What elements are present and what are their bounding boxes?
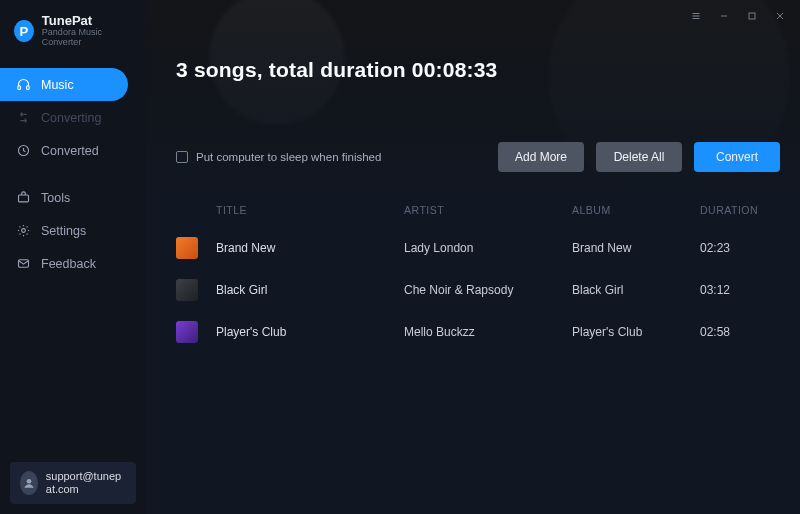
sidebar-footer: support@tunepat.com — [0, 452, 146, 514]
account-email: support@tunepat.com — [46, 470, 126, 496]
close-button[interactable] — [768, 6, 792, 26]
cell-artist: Lady London — [404, 241, 564, 255]
svg-rect-1 — [27, 86, 30, 90]
hero-content: 3 songs, total duration 00:08:33 — [176, 58, 780, 82]
sidebar-item-label: Converting — [41, 111, 101, 125]
mail-icon — [16, 256, 31, 271]
sidebar-item-label: Feedback — [41, 257, 96, 271]
sleep-label: Put computer to sleep when finished — [196, 151, 381, 163]
cell-duration: 03:12 — [700, 283, 780, 297]
add-more-button[interactable]: Add More — [498, 142, 584, 172]
svg-rect-3 — [19, 195, 29, 202]
col-duration: DURATION — [700, 204, 780, 216]
hero-actions: Put computer to sleep when finished Add … — [176, 142, 780, 172]
cell-album: Player's Club — [572, 325, 692, 339]
sidebar-item-tools[interactable]: Tools — [0, 181, 146, 214]
svg-rect-7 — [749, 13, 755, 19]
sidebar-item-settings[interactable]: Settings — [0, 214, 146, 247]
toolbox-icon — [16, 190, 31, 205]
table-header: TITLE ARTIST ALBUM DURATION — [176, 190, 780, 227]
table-row[interactable]: Player's Club Mello Buckzz Player's Club… — [176, 311, 780, 353]
cell-artist: Che Noir & Rapsody — [404, 283, 564, 297]
headphones-icon — [16, 77, 31, 92]
window-controls — [684, 6, 792, 26]
brand: P TunePat Pandora Music Converter — [0, 0, 146, 58]
brand-text: TunePat Pandora Music Converter — [42, 14, 134, 48]
col-album: ALBUM — [572, 204, 692, 216]
minimize-button[interactable] — [712, 6, 736, 26]
table-row[interactable]: Black Girl Che Noir & Rapsody Black Girl… — [176, 269, 780, 311]
svg-rect-0 — [18, 86, 21, 90]
brand-subtitle: Pandora Music Converter — [42, 28, 134, 48]
menu-button[interactable] — [684, 6, 708, 26]
cell-album: Black Girl — [572, 283, 692, 297]
brand-name: TunePat — [42, 14, 134, 28]
queue-summary: 3 songs, total duration 00:08:33 — [176, 58, 780, 82]
action-buttons: Add More Delete All Convert — [498, 142, 780, 172]
cell-title: Player's Club — [216, 325, 396, 339]
convert-icon — [16, 110, 31, 125]
album-art-icon — [176, 279, 198, 301]
cell-artist: Mello Buckzz — [404, 325, 564, 339]
sidebar-item-feedback[interactable]: Feedback — [0, 247, 146, 280]
gear-icon — [16, 223, 31, 238]
cell-title: Brand New — [216, 241, 396, 255]
main-panel: 3 songs, total duration 00:08:33 Put com… — [146, 0, 800, 514]
sidebar-item-label: Tools — [41, 191, 70, 205]
sidebar-item-converted[interactable]: Converted — [0, 134, 146, 167]
cell-duration: 02:58 — [700, 325, 780, 339]
svg-point-4 — [22, 229, 26, 233]
sidebar-item-converting: Converting — [0, 101, 146, 134]
sidebar-item-music[interactable]: Music — [0, 68, 128, 101]
brand-logo-icon: P — [14, 20, 34, 42]
svg-point-6 — [27, 479, 32, 484]
primary-nav: Music Converting Converted Tools — [0, 68, 146, 280]
album-art-icon — [176, 321, 198, 343]
album-art-icon — [176, 237, 198, 259]
sleep-when-finished-checkbox[interactable]: Put computer to sleep when finished — [176, 151, 381, 163]
cell-duration: 02:23 — [700, 241, 780, 255]
delete-all-button[interactable]: Delete All — [596, 142, 682, 172]
sidebar-item-label: Music — [41, 78, 74, 92]
sidebar-item-label: Settings — [41, 224, 86, 238]
hero: 3 songs, total duration 00:08:33 Put com… — [146, 0, 800, 190]
checkbox-icon — [176, 151, 188, 163]
table-row[interactable]: Brand New Lady London Brand New 02:23 — [176, 227, 780, 269]
cell-title: Black Girl — [216, 283, 396, 297]
nav-separator — [0, 167, 146, 181]
sidebar: P TunePat Pandora Music Converter Music … — [0, 0, 146, 514]
col-artist: ARTIST — [404, 204, 564, 216]
maximize-button[interactable] — [740, 6, 764, 26]
avatar-icon — [20, 471, 38, 495]
cell-album: Brand New — [572, 241, 692, 255]
convert-button[interactable]: Convert — [694, 142, 780, 172]
col-title: TITLE — [216, 204, 396, 216]
account-chip[interactable]: support@tunepat.com — [10, 462, 136, 504]
sidebar-item-label: Converted — [41, 144, 99, 158]
clock-icon — [16, 143, 31, 158]
app-window: P TunePat Pandora Music Converter Music … — [0, 0, 800, 514]
track-table: TITLE ARTIST ALBUM DURATION Brand New La… — [146, 190, 800, 353]
